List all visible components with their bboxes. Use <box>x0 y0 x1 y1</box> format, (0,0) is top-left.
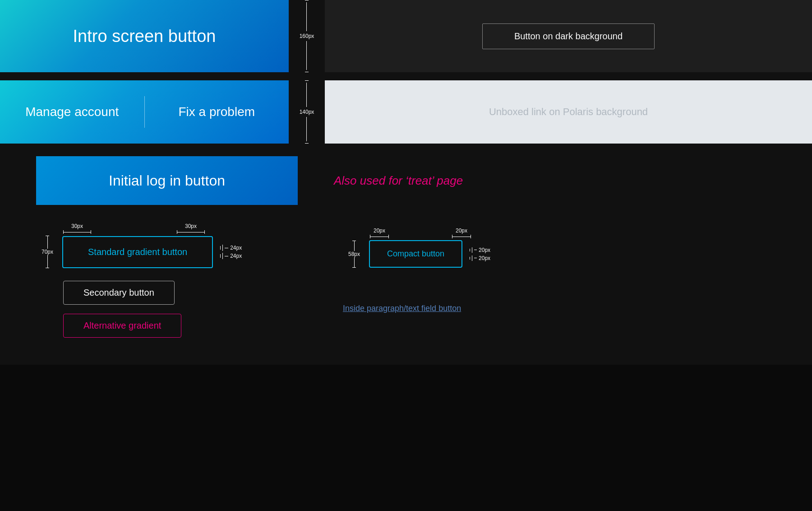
h-tick-bottom <box>46 268 49 268</box>
pad-top: 24px <box>220 245 242 251</box>
height-annot: 70px <box>36 236 59 268</box>
v-line <box>306 2 307 31</box>
compact-annot-right: 20px <box>452 228 471 238</box>
h-line-top <box>47 236 48 249</box>
compact-height-annot: 58px <box>343 241 365 268</box>
secondary-button[interactable]: Secondary button <box>63 281 175 305</box>
fix-problem-label: Fix a problem <box>145 105 289 119</box>
tick-bottom2 <box>305 143 309 144</box>
tick-r2 <box>204 230 205 234</box>
page-container: Intro screen button 160px Button on dark… <box>0 0 812 365</box>
unboxed-link[interactable]: Unboxed link on Polaris background <box>489 106 648 118</box>
polaris-bg-section: Unboxed link on Polaris background <box>325 80 812 144</box>
h-line-bottom <box>47 255 48 268</box>
compact-annot-left: 20px <box>370 228 389 238</box>
compact-padding-annots: 20px 20px <box>470 247 490 261</box>
v-line4 <box>306 117 307 141</box>
pb-tick <box>220 254 221 258</box>
dim-col-2: 140px <box>289 80 325 144</box>
line-r2 <box>177 232 204 232</box>
tick-top2 <box>305 80 309 81</box>
tick-bottom <box>305 72 309 72</box>
v-line2 <box>306 41 307 70</box>
std-btn-row: 70px Standard gradient button <box>36 236 316 268</box>
dark-bg-button[interactable]: Button on dark background <box>482 23 655 49</box>
v-line3 <box>306 83 307 107</box>
pt-tick <box>220 246 221 250</box>
login-button[interactable]: Initial log in button <box>36 156 298 205</box>
pt-h <box>225 248 228 248</box>
inside-para-container: Inside paragraph/text field button <box>343 304 776 313</box>
compact-height-label: 58px <box>348 251 360 257</box>
dim-col-1: 160px <box>289 0 325 72</box>
standard-gradient-button[interactable]: Standard gradient button <box>62 236 213 268</box>
padding-annots: 24px 24px <box>220 245 242 259</box>
spec-col-right: 20px 20px <box>343 223 776 313</box>
intro-button-label: Intro screen button <box>73 27 216 46</box>
treat-label-container: Also used for ‘treat’ page <box>334 174 463 188</box>
dim-140px: 140px <box>300 109 314 115</box>
alt-gradient-container: Alternative gradient <box>63 314 316 338</box>
split-button[interactable]: Manage account Fix a problem <box>0 80 289 144</box>
dark-bg-section: Button on dark background <box>325 0 812 72</box>
compact-top-annot: 20px 20px <box>370 228 776 238</box>
specs-inner: 30px 30px <box>36 223 776 338</box>
spec-col-left: 30px 30px <box>36 223 316 338</box>
line-l <box>64 232 91 232</box>
annot-30px-right: 30px <box>177 223 205 234</box>
pb-h <box>225 256 228 256</box>
compact-pad-bottom: 20px <box>470 255 490 261</box>
specs-section: 30px 30px <box>0 214 812 365</box>
intro-button-section: Intro screen button <box>0 0 289 72</box>
top-annot-row: 30px 30px <box>63 223 316 234</box>
tick-top <box>305 0 309 0</box>
inside-para-link[interactable]: Inside paragraph/text field button <box>343 304 461 313</box>
pad-bottom-label: 24px <box>230 253 242 259</box>
compact-btn-row: 58px Compact button 20 <box>343 240 776 268</box>
compact-pad-top: 20px <box>470 247 490 253</box>
manage-account-label: Manage account <box>0 105 144 119</box>
alt-gradient-button[interactable]: Alternative gradient <box>63 314 181 338</box>
pt-line <box>222 245 223 251</box>
tick-r <box>91 230 91 234</box>
dim-160px: 160px <box>300 33 314 39</box>
pad-bottom: 24px <box>220 253 242 259</box>
annot-30px-left: 30px <box>63 223 91 234</box>
treat-label: Also used for ‘treat’ page <box>334 174 463 187</box>
row-sep-1 <box>0 72 812 80</box>
login-button-label: Initial log in button <box>109 172 225 189</box>
row-3: Initial log in button Also used for ‘tre… <box>0 144 812 214</box>
row-1: Intro screen button 160px Button on dark… <box>0 0 812 72</box>
height-label: 70px <box>42 249 53 255</box>
intro-screen-button[interactable]: Intro screen button <box>0 0 289 72</box>
row-2: Manage account Fix a problem 140px Unbox… <box>0 80 812 144</box>
secondary-btn-container: Secondary button <box>63 281 316 305</box>
pb-line <box>222 253 223 259</box>
pad-top-label: 24px <box>230 245 242 251</box>
compact-button[interactable]: Compact button <box>369 240 462 268</box>
split-button-section: Manage account Fix a problem <box>0 80 289 144</box>
